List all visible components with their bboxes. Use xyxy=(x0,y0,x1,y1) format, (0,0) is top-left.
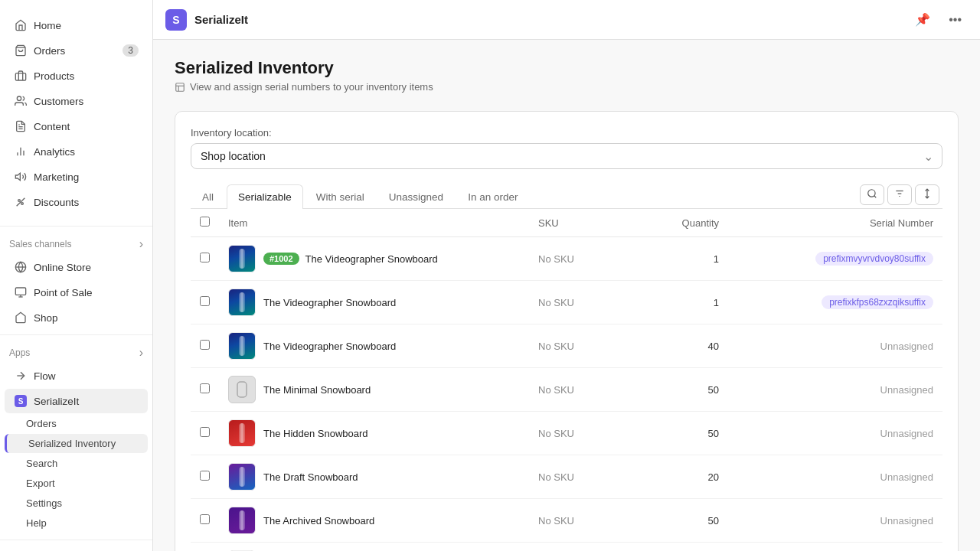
tabs-container: All Serializable With serial Unassigned … xyxy=(191,184,860,208)
row-checkbox[interactable] xyxy=(200,340,210,350)
sidebar-item-home-label: Home xyxy=(34,20,61,31)
quantity-cell: 1 xyxy=(636,237,728,281)
item-name[interactable]: The Videographer Snowboard xyxy=(305,253,438,265)
inventory-card: Inventory location: Shop location All Se… xyxy=(175,111,959,551)
sidebar-item-home[interactable]: Home xyxy=(5,13,148,37)
sidebar-item-content[interactable]: Content xyxy=(5,114,148,139)
row-checkbox[interactable] xyxy=(200,253,210,262)
item-name[interactable]: The Hidden Snowboard xyxy=(263,428,368,439)
sidebar-subitem-orders[interactable]: Orders xyxy=(5,414,148,433)
svg-rect-31 xyxy=(237,382,247,397)
sort-button[interactable] xyxy=(915,184,939,205)
pin-button[interactable]: 📌 xyxy=(909,9,936,30)
sidebar-item-orders-label: Orders xyxy=(34,45,65,57)
sidebar-subitem-serialized-inventory[interactable]: Serialized Inventory xyxy=(5,434,148,453)
apps-expand[interactable]: › xyxy=(139,346,143,360)
location-select[interactable]: Shop location xyxy=(191,143,942,169)
quantity-cell: 20 xyxy=(636,455,728,499)
serializeit-icon: S xyxy=(14,394,28,408)
table-row: The Minimal Snowboard No SKU 50 Unnasign… xyxy=(191,368,942,412)
sidebar-item-online-store[interactable]: Online Store xyxy=(5,255,148,279)
sidebar-bottom: Settings Developer Console Non-transfera… xyxy=(0,540,152,551)
unassigned-badge: Unnasigned xyxy=(880,471,933,483)
serial-number-cell: Unnasigned xyxy=(728,455,942,499)
content-icon xyxy=(14,119,28,133)
sidebar-subitem-help[interactable]: Help xyxy=(5,514,148,533)
tab-serializable[interactable]: Serializable xyxy=(227,184,303,209)
row-checkbox-cell xyxy=(191,543,219,552)
apps-section: Apps › Flow S SerializeIt Orders Seriali xyxy=(0,340,152,533)
item-info: The Videographer Snowboard xyxy=(263,297,396,308)
sidebar-subitem-settings-label: Settings xyxy=(26,497,62,509)
sidebar-item-products[interactable]: Products xyxy=(5,64,148,88)
more-options-button[interactable]: ••• xyxy=(942,10,968,30)
apps-header: Apps › xyxy=(0,340,152,363)
table-actions xyxy=(860,184,939,208)
quantity-value: 1 xyxy=(714,297,719,308)
quantity-cell: 50 xyxy=(636,412,728,455)
item-name[interactable]: The Draft Snowboard xyxy=(263,471,358,483)
sku-value: No SKU xyxy=(538,253,574,265)
app-icon: S xyxy=(165,9,187,31)
row-checkbox-cell xyxy=(191,499,219,543)
row-checkbox-cell xyxy=(191,281,219,324)
item-name[interactable]: The Minimal Snowboard xyxy=(263,384,371,396)
sku-cell: No SKU xyxy=(529,455,636,499)
row-checkbox[interactable] xyxy=(200,427,210,437)
item-name[interactable]: The Archived Snowboard xyxy=(263,515,374,527)
app-name: SerializeIt xyxy=(194,13,248,26)
sales-channels-expand[interactable]: › xyxy=(139,237,143,251)
sidebar-item-pos[interactable]: Point of Sale xyxy=(5,280,148,305)
sidebar-item-orders[interactable]: Orders 3 xyxy=(5,38,148,63)
sidebar-subitem-search-label: Search xyxy=(26,458,57,469)
sidebar-item-flow-label: Flow xyxy=(34,370,56,382)
row-checkbox[interactable] xyxy=(200,383,210,393)
tab-with-serial[interactable]: With serial xyxy=(305,184,376,209)
sidebar-item-discounts-label: Discounts xyxy=(34,197,79,208)
shop-icon xyxy=(14,311,28,324)
row-checkbox[interactable] xyxy=(200,296,210,306)
filter-button[interactable] xyxy=(887,184,912,205)
item-thumbnail xyxy=(228,245,256,272)
serial-number-cell: prefixkfps68zxzqiksuffix xyxy=(728,281,942,324)
tab-unassigned[interactable]: Unassigned xyxy=(377,184,455,209)
quantity-value: 50 xyxy=(708,515,719,527)
tab-all[interactable]: All xyxy=(191,184,225,209)
sidebar-item-analytics[interactable]: Analytics xyxy=(5,139,148,164)
sidebar-subitem-search[interactable]: Search xyxy=(5,454,148,473)
svg-point-19 xyxy=(868,190,875,197)
svg-rect-35 xyxy=(240,467,243,487)
sidebar-item-serializeit[interactable]: S SerializeIt xyxy=(5,389,148,413)
sidebar-subitem-settings[interactable]: Settings xyxy=(5,494,148,513)
sidebar-item-flow[interactable]: Flow xyxy=(5,364,148,388)
item-cell: The Hidden Snowboard xyxy=(219,412,529,455)
subtitle-icon xyxy=(175,82,185,93)
item-name[interactable]: The Videographer Snowboard xyxy=(263,341,396,352)
item-info: The Videographer Snowboard xyxy=(263,341,396,352)
analytics-icon xyxy=(14,145,28,158)
item-thumbnail xyxy=(228,289,256,316)
item-thumbnail xyxy=(228,463,256,491)
table-row: The Videographer Snowboard No SKU 40 Unn… xyxy=(191,324,942,368)
sidebar-item-online-store-label: Online Store xyxy=(34,262,91,273)
item-name[interactable]: The Videographer Snowboard xyxy=(263,297,396,308)
item-cell: The Draft Snowboard xyxy=(219,455,529,499)
table-row: The Hidden Snowboard No SKU 50 Unnasigne… xyxy=(191,412,942,455)
page-subtitle-text: View and assign serial numbers to your i… xyxy=(190,81,433,93)
sidebar-subitem-export[interactable]: Export xyxy=(5,474,148,493)
row-checkbox[interactable] xyxy=(200,471,210,481)
row-checkbox-cell xyxy=(191,324,219,368)
location-label: Inventory location: xyxy=(191,127,942,139)
page-title: Serialized Inventory xyxy=(175,58,959,78)
serial-badge: prefixmvyvrvdvoy80suffix xyxy=(815,252,933,266)
select-all-checkbox[interactable] xyxy=(200,217,210,227)
sidebar-subitem-orders-label: Orders xyxy=(26,418,57,429)
row-checkbox[interactable] xyxy=(200,514,210,524)
search-table-button[interactable] xyxy=(860,184,884,205)
svg-rect-33 xyxy=(240,423,243,443)
sidebar-item-marketing[interactable]: Marketing xyxy=(5,165,148,189)
sidebar-item-discounts[interactable]: Discounts xyxy=(5,190,148,214)
sidebar-item-shop[interactable]: Shop xyxy=(5,305,148,330)
tab-in-an-order[interactable]: In an order xyxy=(456,184,529,209)
sidebar-item-customers[interactable]: Customers xyxy=(5,89,148,113)
